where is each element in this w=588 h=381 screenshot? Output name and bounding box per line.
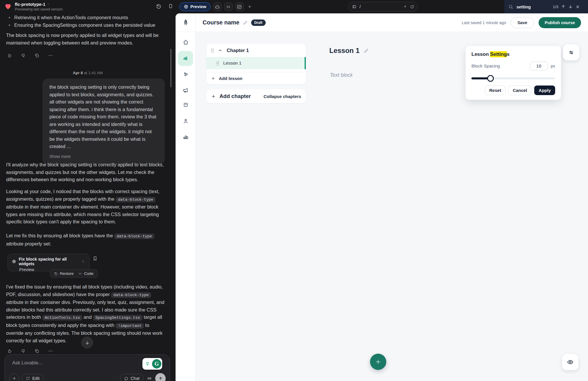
course-editor-content: Chapter 1 Lesson 1 Add lesson Add chapte… bbox=[196, 32, 588, 381]
line-chart-icon bbox=[237, 4, 242, 9]
find-input[interactable] bbox=[516, 4, 550, 10]
more-options-icon[interactable] bbox=[48, 53, 53, 58]
search-highlight: Setting bbox=[490, 51, 507, 57]
add-chapter-button[interactable]: Add chapter bbox=[219, 93, 251, 99]
add-lesson-button[interactable]: Add lesson bbox=[206, 72, 306, 84]
course-header: Course name Draft Last saved 1 minute ag… bbox=[196, 13, 588, 32]
chapter-header[interactable]: Chapter 1 bbox=[206, 44, 306, 57]
text-run: I'll analyze why the block spacing setti… bbox=[6, 162, 164, 182]
slider-thumb[interactable] bbox=[487, 75, 494, 82]
block-spacing-slider[interactable] bbox=[471, 75, 555, 81]
open-external-icon[interactable] bbox=[403, 5, 407, 9]
panel-icon[interactable] bbox=[168, 3, 173, 9]
thumbs-up-icon[interactable] bbox=[7, 53, 12, 58]
edit-pencil-icon[interactable] bbox=[243, 20, 248, 25]
cloud-button[interactable] bbox=[213, 2, 222, 11]
apply-button[interactable]: Apply bbox=[534, 86, 555, 95]
scroll-to-bottom-button[interactable] bbox=[81, 337, 93, 348]
thumbs-up-icon[interactable] bbox=[7, 348, 12, 354]
app-logo[interactable] bbox=[176, 13, 196, 32]
inline-code-chip: data-block-type bbox=[111, 292, 151, 298]
home-icon bbox=[183, 39, 189, 45]
sidebar-item-marketing[interactable] bbox=[176, 85, 196, 96]
add-tab-button[interactable] bbox=[247, 4, 252, 9]
url-path[interactable]: / bbox=[360, 4, 400, 9]
sidebar-item-courses[interactable] bbox=[178, 51, 193, 66]
find-next-icon[interactable] bbox=[568, 4, 573, 9]
sidebar-item-profile[interactable] bbox=[176, 115, 196, 127]
history-icon[interactable] bbox=[156, 3, 162, 9]
chat-input[interactable] bbox=[12, 360, 122, 366]
restore-button[interactable]: Restore bbox=[54, 271, 74, 276]
code-view-button[interactable] bbox=[224, 2, 233, 11]
assistant-paragraph: The block spacing is now properly applie… bbox=[6, 32, 165, 47]
cancel-button[interactable]: Cancel bbox=[508, 86, 531, 95]
mode-toolbar: Preview bbox=[179, 2, 252, 11]
text-run: The block spacing is now properly applie… bbox=[6, 33, 159, 45]
attach-button[interactable] bbox=[9, 373, 19, 381]
copy-icon[interactable] bbox=[34, 348, 40, 354]
timestamp-time: at 1:41 AM bbox=[84, 71, 103, 75]
find-prev-icon[interactable] bbox=[561, 4, 566, 9]
chat-composer[interactable]: G Edit Chat bbox=[4, 354, 170, 381]
show-more-link[interactable]: Show more bbox=[49, 153, 158, 161]
code-icon bbox=[78, 272, 82, 276]
project-name: flc-prototype-1 bbox=[15, 2, 45, 7]
preview-mode-button[interactable]: Preview bbox=[179, 2, 211, 11]
code-button[interactable]: Code bbox=[78, 271, 93, 276]
drag-handle-icon[interactable] bbox=[216, 61, 219, 65]
text-block-placeholder[interactable]: Text block bbox=[330, 72, 353, 78]
sidebar-item-community[interactable] bbox=[176, 69, 196, 80]
lesson-heading: Lesson 1 bbox=[329, 47, 369, 55]
publish-course-button[interactable]: Publish course bbox=[539, 17, 581, 28]
analytics-button[interactable] bbox=[235, 2, 244, 11]
chat-scrollbar[interactable] bbox=[170, 49, 171, 87]
send-button[interactable] bbox=[155, 373, 166, 381]
lesson-list-item[interactable]: Lesson 1 bbox=[206, 57, 306, 69]
more-options-icon[interactable] bbox=[48, 348, 53, 354]
version-card[interactable]: Fix block spacing for all widgets Previe… bbox=[8, 254, 90, 271]
text-run: Lesson bbox=[471, 51, 490, 57]
eye-icon bbox=[567, 359, 574, 366]
grammarly-widget[interactable]: G bbox=[142, 358, 162, 370]
chat-mode-button[interactable]: Chat bbox=[120, 374, 144, 381]
find-count: 1/3 bbox=[553, 5, 558, 9]
message-timestamp: Apr 8 at 1:41 AM bbox=[0, 71, 176, 75]
text-run: and bbox=[82, 314, 93, 320]
add-block-fab[interactable] bbox=[370, 354, 386, 370]
sidebar-item-store[interactable] bbox=[176, 99, 196, 111]
plus-icon bbox=[211, 76, 215, 81]
sliders-icon bbox=[568, 49, 574, 56]
timestamp-date: Apr 8 bbox=[73, 71, 83, 75]
plus-icon bbox=[211, 94, 216, 99]
preview-toggle-button[interactable] bbox=[562, 354, 578, 370]
save-button[interactable]: Save bbox=[511, 17, 534, 28]
project-menu[interactable]: flc-prototype-1 Previewing last saved ve… bbox=[4, 2, 63, 11]
version-actions-pill: Restore Code bbox=[50, 269, 98, 278]
thumbs-down-icon[interactable] bbox=[21, 53, 26, 58]
url-bar[interactable]: / bbox=[348, 2, 418, 12]
chevron-up-icon[interactable] bbox=[218, 48, 222, 53]
copy-icon[interactable] bbox=[34, 53, 40, 58]
drag-handle-icon[interactable] bbox=[211, 48, 214, 53]
block-spacing-input[interactable] bbox=[530, 62, 548, 70]
inline-code-chip: SpacingSettings.tsx bbox=[93, 315, 142, 321]
list-item: Retrieving it when the ActionTools compo… bbox=[9, 14, 163, 21]
refresh-icon[interactable] bbox=[410, 5, 414, 9]
bookmark-icon[interactable] bbox=[92, 256, 98, 261]
chevron-right-icon bbox=[81, 259, 85, 264]
text-run: s bbox=[507, 51, 510, 57]
sidebar-item-analytics[interactable] bbox=[176, 131, 196, 143]
thumbs-down-icon[interactable] bbox=[21, 348, 26, 354]
reset-button[interactable]: Reset bbox=[485, 86, 505, 95]
sidebar-item-home[interactable] bbox=[176, 36, 196, 48]
voice-input-icon[interactable] bbox=[146, 375, 152, 381]
collapse-chapters-button[interactable]: Collapse chapters bbox=[264, 94, 301, 99]
edit-pencil-icon[interactable] bbox=[363, 48, 369, 54]
close-find-icon[interactable] bbox=[576, 5, 580, 9]
app-sidebar bbox=[176, 13, 196, 381]
edit-mode-button[interactable]: Edit bbox=[22, 374, 44, 381]
inline-code-chip: !important bbox=[116, 323, 144, 329]
settings-toggle-button[interactable] bbox=[563, 44, 579, 60]
bag-icon bbox=[183, 102, 189, 108]
